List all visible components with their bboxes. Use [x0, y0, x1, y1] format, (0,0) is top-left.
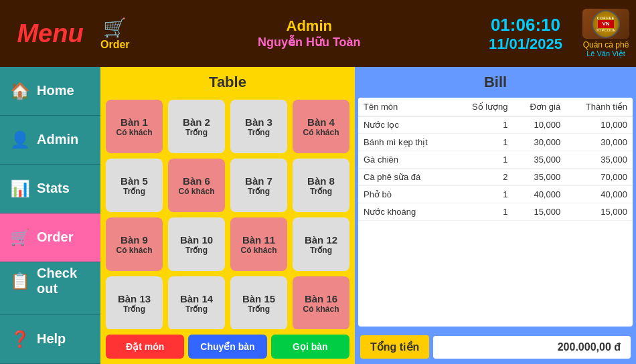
item-price: 15,000 [513, 203, 566, 221]
date-display: 11/01/2025 [489, 35, 562, 53]
col-ten-mon: Tên món [358, 98, 454, 116]
item-qty: 1 [454, 203, 513, 221]
table-name: Bàn 6 [183, 175, 210, 187]
table-status: Trống [185, 128, 208, 137]
table-name: Bàn 12 [305, 234, 337, 246]
sidebar-label-home: Home [37, 83, 74, 98]
sidebar-item-order[interactable]: 🛒 Order [0, 213, 100, 262]
dat-mon-button[interactable]: Đặt món [106, 335, 184, 359]
table-cell-3[interactable]: Bàn 3Trống [230, 100, 287, 153]
table-status: Có khách [303, 128, 339, 137]
table-status: Có khách [303, 304, 339, 314]
chuyen-ban-button[interactable]: Chuyển bàn [188, 335, 266, 359]
sidebar-label-admin: Admin [37, 132, 78, 147]
logo-image: COFFEE VN TOPCODE [582, 9, 629, 39]
item-price: 30,000 [513, 134, 566, 151]
goi-ban-button[interactable]: Gọi bàn [271, 335, 349, 359]
table-name: Bàn 15 [242, 293, 275, 304]
sidebar-item-stats[interactable]: 📊 Stats [0, 165, 100, 213]
col-don-gia: Đơn giá [513, 98, 566, 116]
item-total: 10,000 [566, 116, 633, 134]
table-status: Trống [123, 304, 145, 314]
user-name: Nguyễn Hữu Toàn [258, 35, 361, 50]
item-total: 40,000 [566, 186, 633, 203]
item-name: Gà chiên [358, 151, 454, 169]
sidebar-item-admin[interactable]: 👤 Admin [0, 116, 100, 165]
sidebar-item-checkout[interactable]: 📋 Check out [0, 262, 100, 315]
help-icon: ❓ [10, 330, 30, 349]
table-name: Bàn 4 [307, 116, 335, 128]
item-qty: 1 [454, 134, 513, 151]
table-cell-8[interactable]: Bàn 8Trống [293, 159, 349, 212]
bill-footer: Tổng tiền 200.000,00 đ [355, 330, 636, 364]
table-name: Bàn 2 [183, 116, 210, 128]
item-total: 35,000 [566, 151, 633, 169]
logo-flag: VN [598, 20, 614, 28]
bill-table: Tên món Số lượng Đơn giá Thành tiền Nước… [358, 98, 633, 327]
table-row: Phở bò 1 40,000 40,000 [358, 186, 633, 203]
sidebar-item-home[interactable]: 🏠 Home [0, 67, 100, 116]
home-icon: 🏠 [10, 82, 30, 100]
stats-icon: 📊 [10, 179, 30, 198]
sidebar-label-help: Help [37, 331, 66, 347]
sidebar: 🏠 Home 👤 Admin 📊 Stats 🛒 Order 📋 Check o… [0, 67, 100, 364]
cafe-name: Quán cà phê [583, 40, 629, 50]
table-cell-10[interactable]: Bàn 10Trống [168, 217, 225, 271]
item-name: Bánh mì kẹp thịt [358, 134, 454, 151]
table-status: Trống [248, 304, 270, 314]
item-name: Cà phê sữa đá [358, 169, 454, 186]
table-cell-11[interactable]: Bàn 11Có khách [230, 217, 287, 271]
item-qty: 1 [454, 116, 513, 134]
bill-area: Bill Tên món Số lượng Đơn giá Thành tiền… [355, 67, 636, 364]
sidebar-item-help[interactable]: ❓ Help [0, 315, 100, 364]
table-status: Có khách [116, 246, 152, 255]
cart-icon: 🛒 [103, 17, 127, 39]
table-cell-6[interactable]: Bàn 6Có khách [168, 159, 225, 212]
table-cell-12[interactable]: Bàn 12Trống [293, 217, 349, 271]
table-cell-14[interactable]: Bàn 14Trống [168, 276, 225, 329]
table-cell-5[interactable]: Bàn 5Trống [106, 159, 163, 212]
item-total: 30,000 [566, 134, 633, 151]
menu-title: Menu [7, 19, 94, 48]
table-status: Trống [123, 187, 145, 196]
table-name: Bàn 9 [121, 234, 148, 246]
table-cell-9[interactable]: Bàn 9Có khách [106, 217, 163, 271]
checkout-icon: 📋 [10, 272, 30, 290]
table-row: Gà chiên 1 35,000 35,000 [358, 151, 633, 169]
table-cell-15[interactable]: Bàn 15Trống [230, 276, 287, 329]
item-name: Nước khoáng [358, 203, 454, 221]
table-name: Bàn 5 [121, 175, 148, 187]
item-price: 35,000 [513, 169, 566, 186]
table-cell-7[interactable]: Bàn 7Trống [230, 159, 287, 212]
table-name: Bàn 11 [242, 234, 275, 246]
table-row: Cà phê sữa đá 2 35,000 70,000 [358, 169, 633, 186]
tong-tien-label: Tổng tiền [360, 335, 429, 359]
bill-section-title: Bill [355, 67, 636, 94]
header-center: Admin Nguyễn Hữu Toàn [130, 17, 489, 50]
item-price: 10,000 [513, 116, 566, 134]
table-status: Trống [310, 246, 332, 255]
order-nav[interactable]: 🛒 Order [100, 17, 130, 51]
item-name: Nước lọc [358, 116, 454, 134]
table-cell-1[interactable]: Bàn 1Có khách [106, 100, 163, 153]
col-thanh-tien: Thành tiền [566, 98, 633, 116]
table-name: Bàn 7 [245, 175, 272, 187]
table-cell-13[interactable]: Bàn 13Trống [106, 276, 163, 329]
table-cell-16[interactable]: Bàn 16Có khách [293, 276, 349, 329]
table-name: Bàn 3 [245, 116, 272, 128]
table-cell-2[interactable]: Bàn 2Trống [168, 100, 225, 153]
order-label: Order [100, 39, 130, 51]
table-status: Trống [185, 246, 208, 255]
table-name: Bàn 10 [180, 234, 213, 246]
table-status: Trống [248, 187, 270, 196]
admin-icon: 👤 [10, 130, 30, 149]
main-content: 🏠 Home 👤 Admin 📊 Stats 🛒 Order 📋 Check o… [0, 67, 636, 364]
logo-circle: COFFEE VN TOPCODE [592, 10, 620, 38]
time-display: 01:06:10 [491, 15, 560, 35]
table-status: Trống [185, 304, 208, 314]
item-qty: 1 [454, 151, 513, 169]
order-icon: 🛒 [10, 228, 30, 247]
table-cell-4[interactable]: Bàn 4Có khách [293, 100, 349, 153]
item-name: Phở bò [358, 186, 454, 203]
header-time: 01:06:10 11/01/2025 [489, 15, 562, 53]
